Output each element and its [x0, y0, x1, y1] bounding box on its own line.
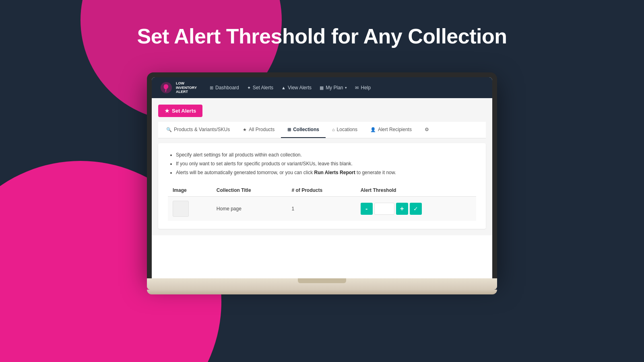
- tab-all-products[interactable]: ★ All Products: [236, 122, 281, 138]
- cell-title: Home page: [212, 197, 287, 221]
- nav-view-alerts[interactable]: ▲ View Alerts: [281, 85, 312, 90]
- nav-dashboard[interactable]: ⊞ Dashboard: [210, 85, 239, 90]
- set-alerts-button[interactable]: ★ Set Alerts: [158, 105, 202, 117]
- laptop-base: [147, 278, 497, 290]
- nav-my-plan[interactable]: ▦ My Plan ▾: [320, 85, 347, 90]
- collections-table: Image Collection Title # of Products Ale…: [168, 184, 476, 221]
- info-bullet-2: If you only want to set alerts for speci…: [176, 160, 476, 167]
- more-icon: ⚙: [425, 127, 429, 132]
- threshold-controls: - + ✓: [361, 203, 471, 215]
- cell-threshold: - + ✓: [356, 197, 476, 221]
- chevron-down-icon: ▾: [345, 86, 347, 90]
- set-alerts-nav-icon: ✦: [247, 85, 251, 90]
- nav-help[interactable]: ✉ Help: [355, 85, 371, 90]
- cell-image: [168, 197, 212, 221]
- laptop-screen-inner: LOW INVENTORY ALERT ⊞ Dashboard ✦ Set Al…: [152, 77, 492, 278]
- threshold-input[interactable]: [374, 203, 394, 215]
- tab-products-variants[interactable]: 🔍 Products & Variants/SKUs: [160, 122, 236, 138]
- table-body: Home page 1 - + ✓: [168, 197, 476, 221]
- laptop-device: LOW INVENTORY ALERT ⊞ Dashboard ✦ Set Al…: [147, 72, 497, 294]
- app-logo-icon: [160, 81, 173, 94]
- nav-links: ⊞ Dashboard ✦ Set Alerts ▲ View Alerts ▦…: [210, 85, 484, 90]
- col-image: Image: [168, 184, 212, 197]
- info-bullet-1: Specify alert settings for all products …: [176, 151, 476, 158]
- col-threshold: Alert Threshold: [356, 184, 476, 197]
- table-header: Image Collection Title # of Products Ale…: [168, 184, 476, 197]
- set-alerts-star-icon: ★: [165, 108, 169, 114]
- logo-area: LOW INVENTORY ALERT: [160, 81, 197, 94]
- view-alerts-icon: ▲: [281, 85, 286, 90]
- page-heading: Set Alert Threshold for Any Collection: [0, 24, 644, 48]
- help-icon: ✉: [355, 85, 359, 90]
- dashboard-icon: ⊞: [210, 85, 213, 90]
- logo-text: LOW INVENTORY ALERT: [176, 81, 197, 94]
- tab-navigation: 🔍 Products & Variants/SKUs ★ All Product…: [158, 122, 486, 138]
- increment-button[interactable]: +: [396, 203, 408, 215]
- cell-products: 1: [287, 197, 356, 221]
- tab-alert-recipients[interactable]: 👤 Alert Recipients: [364, 122, 418, 138]
- laptop-foot: [147, 290, 497, 294]
- laptop-screen-outer: LOW INVENTORY ALERT ⊞ Dashboard ✦ Set Al…: [147, 72, 497, 278]
- col-title: Collection Title: [212, 184, 287, 197]
- info-bullet-3: Alerts will be automatically generated t…: [176, 169, 476, 176]
- product-image: [173, 201, 189, 217]
- tab-more[interactable]: ⚙: [418, 122, 436, 138]
- star-icon: ★: [243, 127, 247, 132]
- confirm-button[interactable]: ✓: [410, 203, 422, 215]
- main-card: Specify alert settings for all products …: [158, 143, 486, 229]
- table-row: Home page 1 - + ✓: [168, 197, 476, 221]
- info-list: Specify alert settings for all products …: [168, 151, 476, 176]
- app-navbar: LOW INVENTORY ALERT ⊞ Dashboard ✦ Set Al…: [152, 77, 492, 98]
- grid-icon: ⊞: [287, 127, 291, 132]
- tab-collections[interactable]: ⊞ Collections: [281, 122, 326, 138]
- col-products: # of Products: [287, 184, 356, 197]
- nav-set-alerts[interactable]: ✦ Set Alerts: [247, 85, 273, 90]
- search-icon: 🔍: [166, 127, 172, 132]
- user-icon: 👤: [370, 127, 376, 132]
- tab-locations[interactable]: ⌂ Locations: [326, 122, 364, 138]
- my-plan-icon: ▦: [320, 85, 324, 90]
- decrement-button[interactable]: -: [361, 203, 373, 215]
- app-content: ★ Set Alerts 🔍 Products & Variants/SKUs …: [152, 98, 492, 235]
- run-alerts-link[interactable]: Run Alerts Report: [314, 170, 355, 175]
- home-icon: ⌂: [332, 127, 335, 132]
